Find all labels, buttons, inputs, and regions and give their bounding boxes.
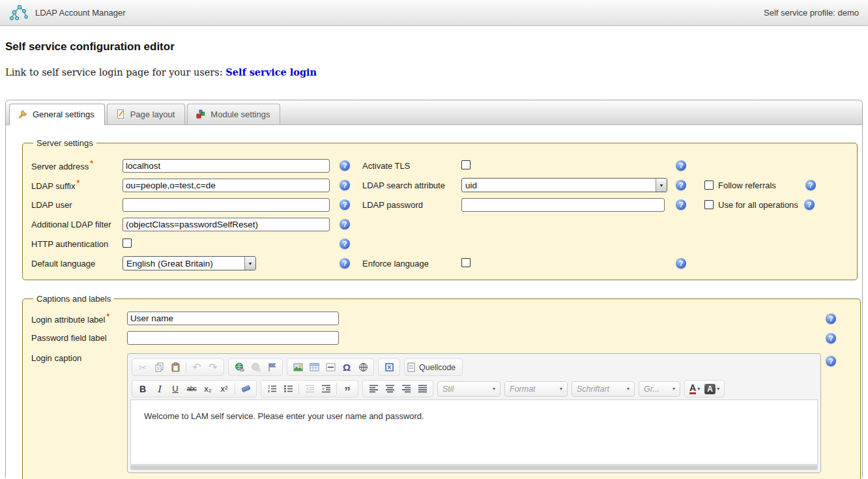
login-attribute-input[interactable] bbox=[127, 312, 339, 325]
wrench-icon bbox=[18, 109, 28, 119]
iframe-globe-icon[interactable] bbox=[355, 360, 371, 375]
http-authentication-checkbox[interactable] bbox=[123, 239, 132, 248]
help-icon[interactable]: ? bbox=[826, 313, 836, 324]
follow-referrals-checkbox[interactable] bbox=[704, 181, 714, 190]
cut-icon: ✂ bbox=[135, 360, 151, 375]
help-icon[interactable]: ? bbox=[826, 356, 836, 366]
background-color-button[interactable]: A▾ bbox=[702, 384, 721, 394]
additional-ldap-filter-label: Additional LDAP filter bbox=[31, 220, 123, 229]
additional-ldap-filter-input[interactable] bbox=[123, 218, 330, 231]
chevron-down-icon: ▾ bbox=[486, 386, 495, 392]
default-language-select[interactable]: English (Great Britain) ▼ bbox=[123, 256, 256, 270]
help-icon[interactable]: ? bbox=[340, 258, 350, 269]
help-icon[interactable]: ? bbox=[676, 199, 686, 210]
image-icon[interactable] bbox=[290, 360, 306, 375]
enforce-language-checkbox[interactable] bbox=[461, 258, 470, 267]
undo-icon: ↶ bbox=[189, 360, 205, 375]
page-layout-icon bbox=[115, 109, 126, 119]
superscript-icon[interactable]: x² bbox=[216, 382, 232, 396]
source-button[interactable]: Quellcode bbox=[404, 358, 463, 376]
chevron-down-icon: ▾ bbox=[620, 386, 629, 392]
ldap-suffix-input[interactable] bbox=[123, 179, 330, 192]
help-icon[interactable]: ? bbox=[805, 180, 816, 190]
strikethrough-icon[interactable]: abc bbox=[184, 382, 199, 396]
subscript-icon[interactable]: x₂ bbox=[200, 382, 216, 396]
align-center-icon[interactable] bbox=[382, 382, 398, 396]
ldap-password-input[interactable] bbox=[461, 198, 665, 212]
tab-label: Page layout bbox=[130, 109, 175, 119]
tab-page-layout[interactable]: Page layout bbox=[107, 104, 186, 124]
table-icon[interactable] bbox=[306, 360, 322, 375]
bold-icon[interactable]: B bbox=[135, 382, 151, 396]
server-settings-legend: Server settings bbox=[33, 138, 96, 148]
text-color-button[interactable]: A▾ bbox=[687, 384, 702, 394]
use-all-operations-label: Use for all operations bbox=[718, 200, 798, 210]
password-field-input[interactable] bbox=[127, 331, 339, 345]
numbered-list-icon[interactable] bbox=[264, 382, 280, 396]
bulleted-list-icon[interactable] bbox=[280, 382, 296, 396]
help-icon[interactable]: ? bbox=[340, 239, 350, 249]
maximize-icon[interactable] bbox=[381, 360, 397, 375]
header-bar: LDAP Account Manager Self service profil… bbox=[0, 0, 868, 26]
server-address-input[interactable] bbox=[123, 159, 330, 173]
horizontal-rule-icon[interactable] bbox=[323, 360, 338, 375]
use-all-operations-checkbox[interactable] bbox=[704, 200, 714, 209]
editor-content[interactable]: Welcome to LAM self service. Please ente… bbox=[130, 399, 818, 465]
activate-tls-checkbox[interactable] bbox=[461, 160, 470, 169]
select-arrow-icon: ▼ bbox=[244, 257, 255, 270]
chevron-down-icon: ▾ bbox=[666, 386, 675, 392]
lam-logo-icon bbox=[9, 3, 29, 23]
help-icon[interactable]: ? bbox=[676, 180, 686, 190]
help-icon[interactable]: ? bbox=[340, 160, 350, 171]
editor-toolbar-row2: B I U abc x₂ x² bbox=[130, 378, 818, 399]
self-service-login-link[interactable]: Self service login bbox=[225, 66, 317, 78]
copy-icon[interactable] bbox=[151, 360, 167, 375]
page-title: Self service configuration editor bbox=[5, 40, 863, 53]
underline-icon[interactable]: U bbox=[167, 382, 183, 396]
tab-general-settings[interactable]: General settings bbox=[9, 104, 105, 125]
help-icon[interactable]: ? bbox=[826, 333, 836, 343]
help-icon[interactable]: ? bbox=[340, 219, 350, 229]
captions-legend: Captions and labels bbox=[33, 294, 114, 304]
dropdown-label: Stil bbox=[442, 385, 454, 394]
help-icon[interactable]: ? bbox=[676, 258, 686, 269]
align-justify-icon[interactable] bbox=[414, 382, 430, 396]
redo-icon: ↷ bbox=[205, 360, 221, 375]
paste-icon[interactable] bbox=[167, 360, 183, 375]
remove-format-icon[interactable] bbox=[238, 382, 253, 396]
default-language-label: Default language bbox=[31, 259, 123, 269]
italic-icon[interactable]: I bbox=[151, 382, 167, 396]
help-icon[interactable]: ? bbox=[676, 160, 686, 171]
select-value: English (Great Britain) bbox=[126, 259, 213, 269]
source-button-label: Quellcode bbox=[416, 363, 459, 372]
tab-module-settings[interactable]: Module settings bbox=[187, 104, 280, 124]
editor-bottom-bar bbox=[130, 465, 818, 470]
ldap-search-attribute-select[interactable]: uid ▼ bbox=[461, 178, 667, 192]
dropdown-label: Schriftart bbox=[577, 385, 609, 394]
indent-icon[interactable] bbox=[318, 382, 334, 396]
blockquote-icon[interactable]: ” bbox=[340, 382, 355, 396]
server-address-label: Server address* bbox=[31, 159, 123, 171]
help-icon[interactable]: ? bbox=[804, 199, 815, 210]
select-arrow-icon: ▼ bbox=[656, 179, 667, 192]
align-left-icon[interactable] bbox=[366, 382, 381, 396]
ldap-password-label: LDAP password bbox=[362, 200, 461, 210]
captions-fieldset: Captions and labels Login attribute labe… bbox=[22, 294, 861, 479]
login-attribute-label: Login attribute label* bbox=[31, 312, 127, 325]
source-icon bbox=[407, 362, 416, 372]
ldap-search-attribute-label: LDAP search attribute bbox=[362, 181, 461, 190]
chevron-down-icon: ▾ bbox=[697, 386, 700, 392]
select-value: uid bbox=[465, 181, 477, 190]
help-icon[interactable]: ? bbox=[340, 199, 350, 210]
format-dropdown[interactable]: Format▾ bbox=[504, 381, 568, 397]
ldap-user-input[interactable] bbox=[123, 198, 330, 212]
font-dropdown[interactable]: Schriftart▾ bbox=[571, 381, 635, 397]
anchor-flag-icon[interactable] bbox=[264, 360, 280, 375]
font-size-dropdown[interactable]: Gr...▾ bbox=[639, 381, 680, 397]
styles-dropdown[interactable]: Stil▾ bbox=[437, 381, 500, 397]
special-char-icon[interactable]: Ω bbox=[339, 360, 354, 375]
http-authentication-label: HTTP authentication bbox=[31, 239, 123, 249]
link-icon[interactable] bbox=[231, 360, 247, 375]
help-icon[interactable]: ? bbox=[340, 180, 350, 190]
align-right-icon[interactable] bbox=[398, 382, 414, 396]
